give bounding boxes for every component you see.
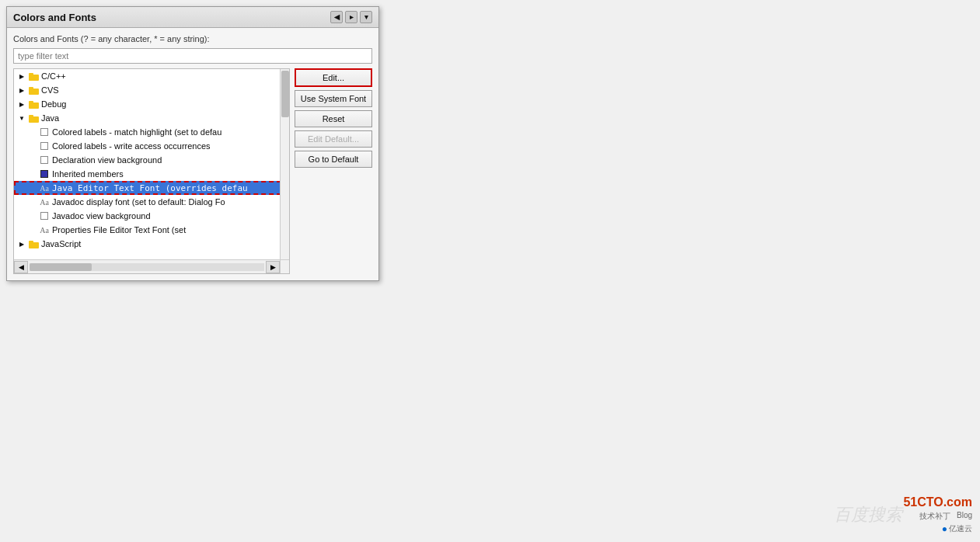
color-icon-decl [39,155,50,165]
tree-label-decl-bg: Declaration view background [52,155,162,165]
spacer-3 [28,155,37,165]
color-icon-match [39,127,50,137]
folder-icon-debug [28,99,39,109]
tree-label-javascript: JavaScript [41,239,81,248]
folder-icon-cc [28,71,39,82]
expand-icon-cc: ▶ [17,71,26,81]
reset-button[interactable]: Reset [295,110,372,127]
go-to-default-button[interactable]: Go to Default [295,151,372,168]
tree-item-colored-match[interactable]: Colored labels - match highlight (set to… [14,125,289,139]
horizontal-scrollbar[interactable]: ◀ ▶ [14,259,280,273]
tree-panel[interactable]: ▶ C/C++ ▶ CVS [13,68,290,274]
dialog-title: Colors and Fonts [13,12,96,23]
color-icon-javadoc-bg [39,210,50,221]
tree-item-colored-write[interactable]: Colored labels - write access occurrence… [14,139,289,153]
font-icon-javadoc: Aa [39,196,50,207]
spacer-1 [28,127,37,137]
tree-scroll[interactable]: ▶ C/C++ ▶ CVS [14,69,289,259]
tree-item-javadoc-bg[interactable]: Javadoc view background [14,209,289,223]
svg-rect-6 [29,116,39,123]
description-text: Colors and Fonts (? = any character, * =… [13,34,372,43]
filter-input[interactable] [13,48,372,64]
colors-and-fonts-dialog: Colors and Fonts ◀ ▸ ▾ Colors and Fonts … [6,6,379,281]
svg-rect-9 [29,241,33,243]
svg-rect-5 [29,101,33,103]
51cto-logo: 51CTO.com [903,495,972,509]
yisunyun-text: 亿速云 [949,523,972,534]
51cto-text: 51CTO.com [903,495,972,509]
tree-label-editor-font: Java Editor Text Font (overrides defau [52,183,248,193]
yisunyun-icon: ● [942,523,947,534]
expand-icon-debug: ▶ [17,99,26,109]
logo-sub2: Blog [957,511,972,522]
buttons-panel: Edit... Use System Font Reset Edit Defau… [295,68,372,274]
tree-label-colored-write: Colored labels - write access occurrence… [52,141,211,151]
tree-item-java[interactable]: ▼ Java [14,111,289,125]
svg-rect-3 [29,87,33,89]
hscroll-right-btn[interactable]: ▶ [266,261,280,273]
tree-label-inherited: Inherited members [52,169,124,179]
titlebar-left: Colors and Fonts [13,12,96,23]
tree-label-javadoc-bg: Javadoc view background [52,211,151,221]
spacer-6 [28,197,37,207]
color-icon-inherited [39,169,50,179]
svg-rect-2 [29,89,39,95]
watermark-text: 百度搜索 [834,505,902,524]
tree-label-java: Java [41,113,59,123]
folder-icon-js [28,238,39,249]
main-content: ▶ C/C++ ▶ CVS [13,68,372,274]
color-icon-write [39,141,50,151]
hscroll-left-btn[interactable]: ◀ [14,261,28,273]
back-button[interactable]: ◀ [330,11,343,23]
spacer-8 [28,225,37,235]
tree-label-colored-match: Colored labels - match highlight (set to… [52,127,221,137]
expand-icon-java: ▼ [17,113,26,123]
tree-label-cvs: CVS [41,85,59,95]
tree-label-cc: C/C++ [41,71,66,81]
tree-label-props-font: Properties File Editor Text Font (set [52,225,186,235]
spacer-4 [28,169,37,179]
edit-button[interactable]: Edit... [295,68,372,87]
tree-item-cvs[interactable]: ▶ CVS [14,83,289,97]
tree-item-javascript[interactable]: ▶ JavaScript [14,237,289,251]
folder-icon-cvs [28,85,39,96]
forward-button[interactable]: ▸ [345,11,357,23]
dialog-titlebar: Colors and Fonts ◀ ▸ ▾ [7,7,378,28]
logo-sub-row: 技术补丁 Blog [919,511,972,522]
svg-rect-8 [29,242,39,248]
scroll-corner [280,259,289,273]
svg-rect-7 [29,115,33,117]
tree-item-props-font[interactable]: Aa Properties File Editor Text Font (set [14,223,289,237]
spacer-2 [28,141,37,151]
svg-rect-1 [29,73,33,75]
tree-label-debug: Debug [41,99,66,109]
hscroll-thumb[interactable] [30,263,92,271]
expand-icon-cvs: ▶ [17,85,26,95]
logo-sub1: 技术补丁 [919,511,950,522]
folder-icon-java [28,113,39,123]
yisunyun-logo: ● 亿速云 [942,523,972,534]
spacer-5 [28,183,37,193]
tree-item-editor-font[interactable]: Aa Java Editor Text Font (overrides defa… [14,181,289,195]
scrollbar-thumb[interactable] [281,71,289,117]
tree-item-debug[interactable]: ▶ Debug [14,97,289,111]
hscroll-track [30,263,264,271]
vertical-scrollbar[interactable] [280,69,289,259]
expand-icon-js: ▶ [17,239,26,248]
font-icon-editor: Aa [39,182,50,193]
watermark: 百度搜索 [834,503,902,526]
svg-rect-4 [29,102,39,109]
svg-rect-0 [29,75,39,81]
bottom-logos: 51CTO.com 技术补丁 Blog ● 亿速云 [903,495,972,534]
tree-item-inherited[interactable]: Inherited members [14,167,289,181]
font-icon-props: Aa [39,224,50,235]
edit-default-button[interactable]: Edit Default... [295,130,372,148]
dialog-body: Colors and Fonts (? = any character, * =… [7,28,378,280]
tree-item-javadoc-font[interactable]: Aa Javadoc display font (set to default:… [14,195,289,209]
titlebar-actions: ◀ ▸ ▾ [330,11,372,23]
tree-item-decl-bg[interactable]: Declaration view background [14,153,289,167]
tree-label-javadoc-font: Javadoc display font (set to default: Di… [52,197,225,207]
use-system-font-button[interactable]: Use System Font [295,90,372,107]
dropdown-button[interactable]: ▾ [360,11,372,23]
tree-item-cc[interactable]: ▶ C/C++ [14,69,289,83]
